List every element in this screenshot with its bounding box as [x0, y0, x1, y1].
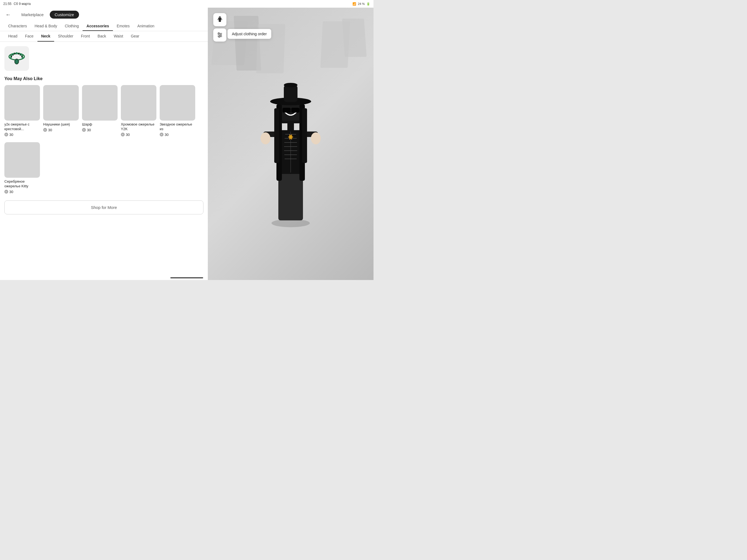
home-indicator [170, 277, 203, 278]
svg-point-27 [220, 34, 222, 36]
svg-point-29 [219, 36, 220, 37]
svg-point-12 [12, 54, 14, 55]
subtab-gear[interactable]: Gear [127, 31, 143, 42]
necklace-image [7, 49, 26, 68]
item-price-val-5: 30 [164, 133, 169, 137]
item-thumbnail-1 [4, 85, 40, 121]
svg-rect-55 [302, 108, 307, 163]
tab-clothing[interactable]: Clothing [61, 22, 83, 31]
svg-point-25 [218, 33, 220, 34]
list-item[interactable]: Серебряное ожерелье Kitty R 30 [4, 142, 40, 194]
battery-icon: 🔋 [366, 2, 370, 6]
tab-accessories[interactable]: Accessories [83, 22, 113, 31]
item-thumbnail-3 [82, 85, 118, 121]
subtab-neck[interactable]: Neck [37, 31, 54, 42]
item-thumbnail-6 [4, 142, 40, 178]
list-item[interactable]: Звездное ожерелье из R 30 [160, 85, 195, 137]
tab-emotes[interactable]: Emotes [113, 22, 133, 31]
svg-rect-60 [291, 108, 300, 113]
robux-icon-4: R [121, 133, 125, 136]
item-name-6: Серебряное ожерелье Kitty [4, 179, 40, 189]
svg-rect-18 [219, 19, 221, 22]
tab-characters[interactable]: Characters [4, 22, 31, 31]
item-price-val-6: 30 [9, 190, 13, 194]
back-button[interactable]: ← [4, 10, 12, 19]
subtab-shoulder[interactable]: Shoulder [54, 31, 77, 42]
character-preview-button[interactable] [213, 13, 226, 26]
item-name-1: у2к ожерелье с крестовой... [4, 122, 40, 131]
item-price-3: R 30 [82, 128, 118, 132]
subtab-waist[interactable]: Waist [110, 31, 127, 42]
svg-rect-23 [221, 19, 222, 20]
adjust-tooltip: Adjust clothing order [228, 29, 271, 39]
items-grid: у2к ожерелье с крестовой... R 30 Наушник… [4, 85, 203, 137]
adjust-tooltip-text: Adjust clothing order [232, 32, 267, 36]
tab-animation[interactable]: Animation [133, 22, 158, 31]
robux-icon-3: R [82, 128, 86, 132]
character-3d [247, 56, 334, 231]
list-item[interactable]: Шарф R 30 [82, 85, 118, 137]
item-price-5: R 30 [160, 133, 195, 137]
svg-point-44 [289, 136, 292, 138]
view-toolbar [213, 13, 226, 42]
item-price-6: R 30 [4, 190, 40, 194]
date-display: Сб 9 марта [14, 2, 31, 6]
marketplace-tab[interactable]: Marketplace [17, 11, 49, 19]
robux-icon-6: R [4, 190, 8, 194]
header: ← Marketplace Customize Characters Head … [0, 8, 208, 31]
subtab-face[interactable]: Face [21, 31, 37, 42]
list-item[interactable]: Хромовое ожерелье Y2K R 30 [121, 85, 156, 137]
list-item[interactable]: у2к ожерелье с крестовой... R 30 [4, 85, 40, 137]
wifi-icon: 📶 [353, 2, 356, 6]
item-price-val-3: 30 [87, 128, 91, 132]
item-price-1: R 30 [4, 133, 40, 137]
time-display: 21:55 [3, 2, 11, 6]
svg-point-3 [16, 52, 18, 54]
customize-tab[interactable]: Customize [50, 11, 79, 19]
item-price-2: R 30 [43, 128, 79, 132]
top-nav: ← Marketplace Customize [4, 10, 203, 19]
svg-point-15 [20, 54, 21, 55]
item-price-val-2: 30 [48, 128, 52, 132]
svg-rect-22 [217, 19, 219, 20]
tab-head-body[interactable]: Head & Body [31, 22, 61, 31]
content-area: You May Also Like у2к ожерелье с крестов… [0, 42, 208, 280]
svg-rect-57 [284, 85, 298, 102]
subtab-front[interactable]: Front [77, 31, 94, 42]
svg-point-13 [15, 53, 16, 54]
character-view [208, 8, 374, 280]
item-name-3: Шарф [82, 122, 118, 127]
svg-point-58 [284, 83, 298, 87]
item-thumbnail-2 [43, 85, 79, 121]
sliders-icon [216, 32, 223, 38]
robux-icon-1: R [4, 133, 8, 136]
item-price-val-4: 30 [126, 133, 130, 137]
svg-point-17 [11, 56, 12, 57]
list-item[interactable]: Наушники (шея) R 30 [43, 85, 79, 137]
section-title: You May Also Like [4, 76, 203, 81]
item-name-5: Звездное ожерелье из [160, 122, 195, 131]
robux-icon-5: R [160, 133, 163, 136]
svg-point-14 [18, 53, 19, 54]
svg-rect-49 [287, 122, 294, 131]
items-row2: Серебряное ожерелье Kitty R 30 [4, 142, 203, 194]
status-bar: 21:55 Сб 9 марта 📶 24 % 🔋 [0, 0, 374, 8]
svg-rect-54 [274, 108, 279, 163]
right-panel: Adjust clothing order [208, 8, 374, 280]
robux-icon-2: R [43, 128, 47, 132]
svg-rect-31 [278, 171, 303, 221]
adjust-clothing-button[interactable] [213, 28, 226, 42]
svg-point-48 [311, 132, 321, 144]
status-left: 21:55 Сб 9 марта [3, 2, 31, 6]
left-panel: ← Marketplace Customize Characters Head … [0, 8, 208, 280]
svg-point-11 [15, 59, 18, 63]
selected-item[interactable] [4, 46, 29, 71]
svg-point-47 [261, 132, 271, 144]
item-price-val-1: 30 [9, 133, 13, 137]
nav-pills: Marketplace Customize [17, 11, 79, 19]
subtab-back[interactable]: Back [94, 31, 110, 42]
shop-more-button[interactable]: Shop for More [4, 200, 203, 214]
item-thumbnail-4 [121, 85, 156, 121]
item-price-4: R 30 [121, 133, 156, 137]
subtab-head[interactable]: Head [4, 31, 21, 42]
